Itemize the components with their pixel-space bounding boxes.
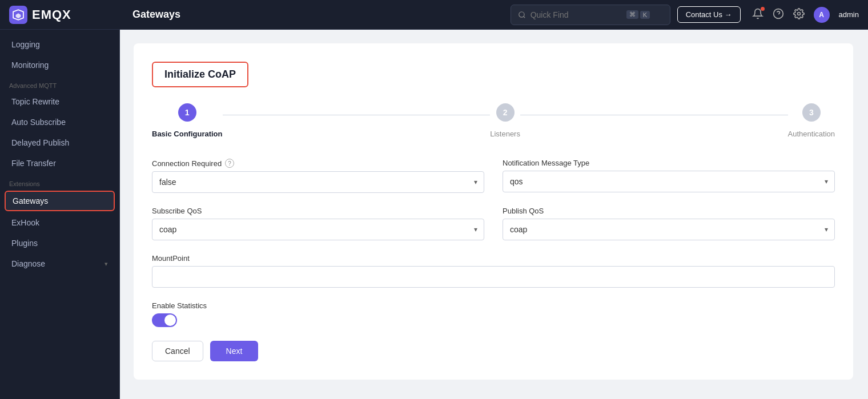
connection-required-label: Connection Required ? [152, 159, 484, 168]
notification-message-type-select[interactable]: qos non-confirmable confirmable [503, 171, 835, 192]
cancel-button[interactable]: Cancel [152, 341, 203, 361]
sidebar-item-delayed-publish[interactable]: Delayed Publish [0, 132, 119, 153]
emqx-logo-icon [9, 6, 27, 24]
header-page-title: Gateways [132, 9, 180, 21]
publish-qos-label: Publish QoS [503, 207, 835, 215]
subscribe-qos-select[interactable]: coap 0 1 2 [152, 219, 484, 240]
step-3: 3 Authentication [788, 103, 835, 138]
content-area: Initialize CoAP 1 Basic Configuration 2 … [120, 30, 868, 399]
sidebar-item-exhook[interactable]: ExHook [0, 212, 119, 233]
steps-wrapper: 1 Basic Configuration 2 Listeners 3 A [152, 103, 835, 138]
mountpoint-label: MountPoint [152, 254, 835, 263]
settings-button[interactable] [793, 8, 805, 22]
subscribe-qos-select-wrapper: coap 0 1 2 ▾ [152, 219, 484, 240]
card-title: Initialize CoAP [164, 68, 236, 80]
step-line-1 [223, 115, 491, 115]
sidebar-item-plugins[interactable]: Plugins [0, 233, 119, 253]
search-bar[interactable]: ⌘ K [511, 5, 670, 25]
step-line-2 [520, 115, 788, 115]
enable-statistics-toggle[interactable] [152, 313, 177, 327]
publish-qos-select-wrapper: coap 0 1 2 ▾ [503, 219, 835, 240]
svg-point-4 [797, 12, 800, 15]
form-footer: Cancel Next [152, 341, 835, 361]
enable-statistics-label: Enable Statistics [152, 301, 835, 310]
step-3-circle: 3 [802, 103, 821, 122]
sidebar-item-auto-subscribe[interactable]: Auto Subscribe [0, 112, 119, 132]
search-input[interactable] [531, 10, 622, 19]
header: EMQX Gateways ⌘ K Contact Us → A admin [0, 0, 868, 30]
logo-area: EMQX [9, 6, 112, 24]
subscribe-qos-field: Subscribe QoS coap 0 1 2 ▾ [152, 207, 484, 240]
sidebar-section-advanced-mqtt: Advanced MQTT [0, 75, 119, 91]
search-shortcut: ⌘ K [626, 10, 650, 19]
avatar[interactable]: A [814, 7, 830, 23]
page-card: Initialize CoAP 1 Basic Configuration 2 … [134, 43, 853, 380]
sidebar-item-diagnose[interactable]: Diagnose ▾ [0, 253, 119, 274]
notifications-button[interactable] [752, 8, 763, 22]
header-icons: A admin [752, 7, 859, 23]
search-kbd-meta: ⌘ [626, 10, 638, 19]
connection-required-select[interactable]: false true [152, 171, 484, 193]
form-grid: Connection Required ? false true ▾ Not [152, 159, 835, 327]
connection-required-help-icon[interactable]: ? [225, 159, 234, 168]
notification-message-type-label: Notification Message Type [503, 159, 835, 167]
step-1-label: Basic Configuration [152, 130, 223, 138]
app-name: EMQX [32, 7, 71, 22]
toggle-knob [164, 315, 176, 326]
step-2-label: Listeners [490, 130, 520, 138]
next-button[interactable]: Next [210, 341, 259, 361]
sidebar-item-monitoring[interactable]: Monitoring [0, 55, 119, 75]
gear-icon [793, 8, 805, 19]
notification-message-type-field: Notification Message Type qos non-confir… [503, 159, 835, 193]
main-layout: Logging Monitoring Advanced MQTT Topic R… [0, 30, 868, 399]
sidebar-item-logging[interactable]: Logging [0, 34, 119, 55]
card-title-box: Initialize CoAP [152, 62, 248, 87]
sidebar-item-file-transfer[interactable]: File Transfer [0, 153, 119, 174]
notification-message-type-select-wrapper: qos non-confirmable confirmable ▾ [503, 171, 835, 192]
search-kbd-key: K [640, 11, 650, 19]
sidebar: Logging Monitoring Advanced MQTT Topic R… [0, 30, 120, 399]
subscribe-qos-label: Subscribe QoS [152, 207, 484, 215]
enable-statistics-field: Enable Statistics [152, 301, 835, 327]
publish-qos-select[interactable]: coap 0 1 2 [503, 219, 835, 240]
search-icon [518, 11, 526, 19]
publish-qos-field: Publish QoS coap 0 1 2 ▾ [503, 207, 835, 240]
step-1: 1 Basic Configuration [152, 103, 223, 138]
step-1-circle: 1 [178, 103, 196, 122]
connection-required-select-wrapper: false true ▾ [152, 171, 484, 193]
sidebar-section-extensions: Extensions [0, 174, 119, 190]
step-2: 2 Listeners [490, 103, 520, 138]
admin-username: admin [839, 10, 859, 19]
sidebar-item-topic-rewrite[interactable]: Topic Rewrite [0, 91, 119, 112]
mountpoint-field: MountPoint [152, 254, 835, 288]
diagnose-chevron-icon: ▾ [105, 260, 108, 268]
sidebar-item-gateways[interactable]: Gateways [5, 191, 115, 211]
connection-required-field: Connection Required ? false true ▾ [152, 159, 484, 193]
help-button[interactable] [773, 8, 784, 22]
svg-point-1 [519, 11, 524, 17]
contact-us-button[interactable]: Contact Us → [677, 6, 741, 23]
step-2-circle: 2 [496, 103, 515, 122]
question-icon [773, 8, 784, 19]
notification-dot [761, 7, 765, 11]
mountpoint-input[interactable] [152, 266, 835, 288]
step-3-label: Authentication [788, 130, 835, 138]
